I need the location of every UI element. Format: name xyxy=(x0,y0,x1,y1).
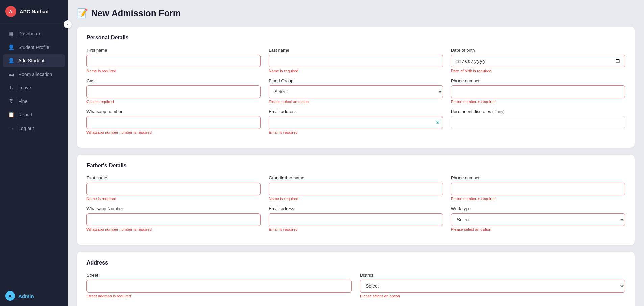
page-title-icon: 📝 xyxy=(77,8,88,19)
father-email-error: Email is required xyxy=(269,227,443,231)
sidebar-item-student-profile[interactable]: 👤 Student Profile xyxy=(3,41,65,54)
sidebar: A APC Nadiad ‹ ▦ Dashboard 👤 Student Pro… xyxy=(0,0,68,306)
father-whatsapp-label: Whatsapp Number xyxy=(86,206,261,211)
dob-input[interactable] xyxy=(451,55,625,67)
father-whatsapp-error: Whatsapp number number is required xyxy=(86,227,261,231)
whatsapp-group: Whatsapp number Whatsapp number number i… xyxy=(86,109,261,134)
sidebar-item-room-allocation[interactable]: 🛏 Room allocation xyxy=(3,68,65,81)
cast-label: Cast xyxy=(86,78,261,83)
logo-circle: A xyxy=(5,6,16,17)
district-error: Please select an option xyxy=(360,294,625,298)
grandfather-input[interactable] xyxy=(269,183,443,195)
father-whatsapp-input[interactable] xyxy=(86,213,261,226)
main-content: 📝 New Admission Form Personal Details Fi… xyxy=(68,0,644,306)
sidebar-item-label: Add Student xyxy=(18,58,44,63)
street-input[interactable] xyxy=(86,280,352,293)
cast-group: Cast Cast is required xyxy=(86,78,261,104)
sidebar-admin: A Admin xyxy=(0,286,68,306)
fine-icon: ₹ xyxy=(8,98,14,104)
fathers-details-title: Father's Details xyxy=(86,163,625,169)
sidebar-nav: ▦ Dashboard 👤 Student Profile 👤 Add Stud… xyxy=(0,23,68,286)
address-card: Address Street Street address is require… xyxy=(77,252,635,306)
admin-avatar: A xyxy=(5,291,15,301)
whatsapp-input[interactable] xyxy=(86,116,261,129)
district-label: District xyxy=(360,273,625,278)
street-group: Street Street address is required xyxy=(86,273,352,298)
room-allocation-icon: 🛏 xyxy=(8,71,14,77)
sidebar-item-label: Dashboard xyxy=(18,31,42,36)
work-type-error: Please select an option xyxy=(451,227,625,231)
blood-group-select[interactable]: Select A+A-B+B- AB+AB-O+O- xyxy=(269,85,443,98)
sidebar-item-label: Report xyxy=(18,112,32,117)
first-name-label: First name xyxy=(86,48,261,53)
father-phone-input[interactable] xyxy=(451,183,625,195)
sidebar-logo: A APC Nadiad xyxy=(0,0,68,23)
sidebar-item-label: Leave xyxy=(18,85,31,90)
father-phone-label: Phone number xyxy=(451,175,625,180)
father-phone-group: Phone number Phone number is required xyxy=(451,175,625,201)
student-profile-icon: 👤 xyxy=(8,44,14,50)
sidebar-item-report[interactable]: 📋 Report xyxy=(3,108,65,121)
admin-label: Admin xyxy=(18,293,34,299)
perm-diseases-input[interactable] xyxy=(451,116,625,129)
grandfather-error: Name is required xyxy=(269,197,443,201)
perm-diseases-optional: (if any) xyxy=(492,109,505,114)
dob-error: Date of birth is required xyxy=(451,69,625,73)
phone-group: Phone number Phone number is required xyxy=(451,78,625,104)
perm-diseases-group: Permanent diseases (if any) xyxy=(451,109,625,134)
page-title: 📝 New Admission Form xyxy=(77,8,635,19)
email-group: Email address ✉ Email is required xyxy=(269,109,443,134)
father-first-name-label: First name xyxy=(86,175,261,180)
street-error: Street address is required xyxy=(86,294,352,298)
sidebar-item-dashboard[interactable]: ▦ Dashboard xyxy=(3,27,65,40)
whatsapp-label: Whatsapp number xyxy=(86,109,261,114)
father-phone-error: Phone number is required xyxy=(451,197,625,201)
sidebar-item-label: Room allocation xyxy=(18,72,52,77)
blood-group-group: Blood Group Select A+A-B+B- AB+AB-O+O- P… xyxy=(269,78,443,104)
father-first-name-group: First name Name is required xyxy=(86,175,261,201)
work-type-label: Work type xyxy=(451,206,625,211)
personal-details-card: Personal Details First name Name is requ… xyxy=(77,27,635,148)
first-name-input[interactable] xyxy=(86,55,261,67)
cast-input[interactable] xyxy=(86,85,261,98)
sidebar-item-label: Student Profile xyxy=(18,45,49,50)
father-email-group: Email adress Email is required xyxy=(269,206,443,231)
father-email-label: Email adress xyxy=(269,206,443,211)
sidebar-item-logout[interactable]: → Log out xyxy=(3,122,65,135)
grandfather-group: Grandfather name Name is required xyxy=(269,175,443,201)
work-type-select[interactable]: Select BusinessJobFarmerOther xyxy=(451,213,625,226)
first-name-error: Name is required xyxy=(86,69,261,73)
personal-details-title: Personal Details xyxy=(86,35,625,41)
father-first-name-input[interactable] xyxy=(86,183,261,195)
sidebar-item-add-student[interactable]: 👤 Add Student xyxy=(3,54,65,67)
sidebar-item-fine[interactable]: ₹ Fine xyxy=(3,95,65,108)
blood-group-label: Blood Group xyxy=(269,78,443,83)
email-wrapper: ✉ xyxy=(269,116,443,129)
perm-diseases-label: Permanent diseases (if any) xyxy=(451,109,625,114)
report-icon: 📋 xyxy=(8,112,14,118)
last-name-label: Last name xyxy=(269,48,443,53)
email-input[interactable] xyxy=(269,116,443,129)
phone-input[interactable] xyxy=(451,85,625,98)
leave-icon: L xyxy=(8,85,14,91)
last-name-input[interactable] xyxy=(269,55,443,67)
district-select[interactable]: Select xyxy=(360,280,625,293)
dob-group: Date of birth Date of birth is required xyxy=(451,48,625,73)
first-name-group: First name Name is required xyxy=(86,48,261,73)
father-whatsapp-group: Whatsapp Number Whatsapp number number i… xyxy=(86,206,261,231)
dob-label: Date of birth xyxy=(451,48,625,53)
sidebar-item-leave[interactable]: L Leave xyxy=(3,81,65,94)
sidebar-item-label: Fine xyxy=(18,99,27,104)
cast-error: Cast is required xyxy=(86,100,261,104)
logo-initials: A xyxy=(9,9,12,14)
whatsapp-error: Whatsapp number number is required xyxy=(86,130,261,134)
phone-label: Phone number xyxy=(451,78,625,83)
add-student-icon: 👤 xyxy=(8,58,14,64)
app-name: APC Nadiad xyxy=(20,9,49,15)
sidebar-item-label: Log out xyxy=(18,126,34,131)
email-error: Email is required xyxy=(269,130,443,134)
sidebar-collapse-button[interactable]: ‹ xyxy=(64,20,72,28)
father-first-name-error: Name is required xyxy=(86,197,261,201)
father-email-input[interactable] xyxy=(269,213,443,226)
dashboard-icon: ▦ xyxy=(8,31,14,37)
